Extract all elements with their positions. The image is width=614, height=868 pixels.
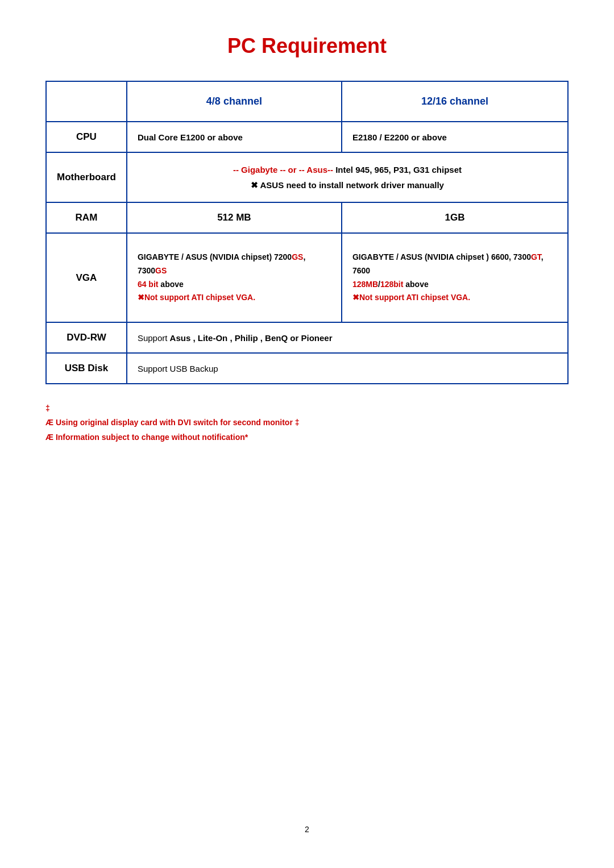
cpu-col2: Dual Core E1200 or above: [127, 122, 342, 152]
requirements-table: 4/8 channel 12/16 channel CPU Dual Core …: [45, 81, 569, 384]
table-row-dvdrw: DVD-RW Support Asus , Lite-On , Philip ,…: [46, 322, 568, 353]
vga-col3-text: GIGABYTE / ASUS (NVIDIA chipset ) 6600, …: [352, 252, 544, 302]
page-title: PC Requirement: [227, 34, 387, 58]
footnote-section: ‡ Æ Using original display card with DVI…: [45, 401, 569, 445]
header-col3: 12/16 channel: [342, 81, 568, 122]
vga-col2: GIGABYTE / ASUS (NVIDIA chipset) 7200GS,…: [127, 233, 342, 322]
table-row-cpu: CPU Dual Core E1200 or above E2180 / E22…: [46, 122, 568, 152]
footnote-3: Æ Information subject to change without …: [45, 430, 569, 445]
table-header-row: 4/8 channel 12/16 channel: [46, 81, 568, 122]
usbdisk-content: Support USB Backup: [127, 353, 568, 384]
ram-col2: 512 MB: [127, 202, 342, 233]
label-cpu: CPU: [46, 122, 127, 152]
header-col2: 4/8 channel: [127, 81, 342, 122]
table-row-vga: VGA GIGABYTE / ASUS (NVIDIA chipset) 720…: [46, 233, 568, 322]
vga-col3: GIGABYTE / ASUS (NVIDIA chipset ) 6600, …: [342, 233, 568, 322]
cpu-col3: E2180 / E2200 or above: [342, 122, 568, 152]
motherboard-text: -- Gigabyte -- or -- Asus-- Intel 945, 9…: [233, 165, 462, 190]
label-usbdisk: USB Disk: [46, 353, 127, 384]
table-row-ram: RAM 512 MB 1GB: [46, 202, 568, 233]
label-motherboard: Motherboard: [46, 152, 127, 202]
table-row-usbdisk: USB Disk Support USB Backup: [46, 353, 568, 384]
label-vga: VGA: [46, 233, 127, 322]
motherboard-content: -- Gigabyte -- or -- Asus-- Intel 945, 9…: [127, 152, 568, 202]
vga-col2-text: GIGABYTE / ASUS (NVIDIA chipset) 7200GS,…: [138, 252, 305, 302]
ram-col3: 1GB: [342, 202, 568, 233]
label-dvdrw: DVD-RW: [46, 322, 127, 353]
page-number: 2: [305, 813, 309, 834]
table-row-motherboard: Motherboard -- Gigabyte -- or -- Asus-- …: [46, 152, 568, 202]
label-ram: RAM: [46, 202, 127, 233]
header-label-col: [46, 81, 127, 122]
footnote-1: ‡: [45, 401, 569, 416]
footnote-2: Æ Using original display card with DVI s…: [45, 416, 569, 430]
dvdrw-content: Support Asus , Lite-On , Philip , BenQ o…: [127, 322, 568, 353]
